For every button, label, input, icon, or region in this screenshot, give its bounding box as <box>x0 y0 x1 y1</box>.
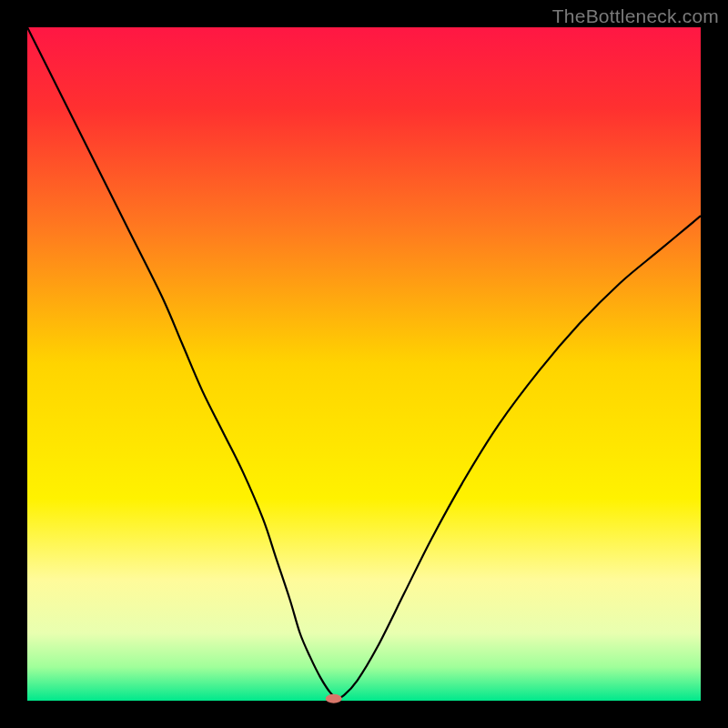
bottleneck-chart <box>0 0 728 728</box>
chart-svg <box>0 0 728 728</box>
plot-background <box>27 27 701 701</box>
watermark-text: TheBottleneck.com <box>552 5 719 27</box>
optimal-point-marker <box>326 694 342 703</box>
